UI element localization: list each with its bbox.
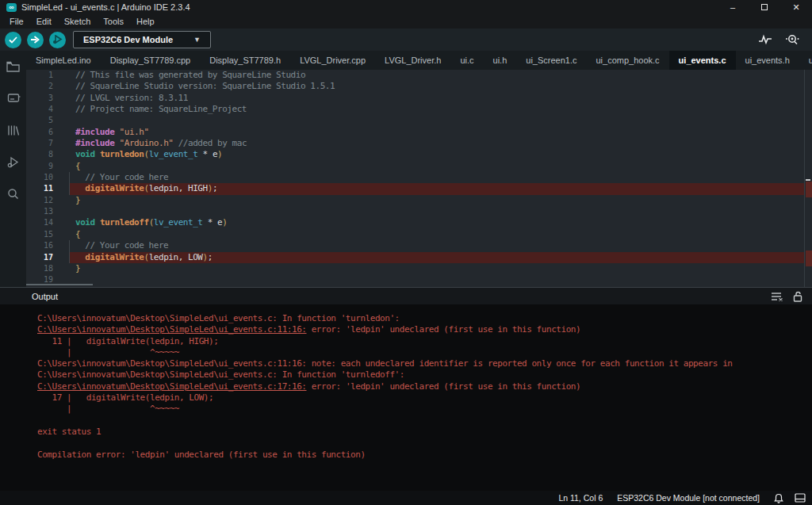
code-text: // Your code here <box>69 240 804 251</box>
output-text: error: 'ledpin' undeclared (first use in… <box>307 381 581 392</box>
search-icon[interactable] <box>0 178 26 209</box>
code-line-2[interactable]: 2// SquareLine Studio version: SquareLin… <box>26 81 812 92</box>
clear-output-icon[interactable] <box>771 292 783 301</box>
code-text: // This file was generated by SquareLine… <box>69 70 804 81</box>
upload-button[interactable] <box>27 32 44 48</box>
output-text: C:\Users\innovatum\Desktop\SimpleLed\ui_… <box>37 369 404 380</box>
output-text: C:\Users\innovatum\Desktop\SimpleLed\ui_… <box>37 313 400 323</box>
tab-Display_ST7789.cpp[interactable]: Display_ST7789.cpp <box>101 51 201 70</box>
output-line: C:\Users\innovatum\Desktop\SimpleLed\ui_… <box>37 381 812 392</box>
code-line-19[interactable]: 19 <box>26 274 812 285</box>
boards-manager-icon[interactable] <box>0 82 26 114</box>
serial-plotter-icon[interactable] <box>758 34 772 45</box>
code-line-1[interactable]: 1// This file was generated by SquareLin… <box>26 70 812 81</box>
code-text: } <box>69 263 804 274</box>
code-line-11[interactable]: 11 digitalWrite(ledpin, HIGH); <box>26 183 812 194</box>
minimize-button[interactable]: – <box>717 0 749 14</box>
tab-ui_comp_hook.c[interactable]: ui_comp_hook.c <box>587 51 669 70</box>
output-text: error: 'ledpin' undeclared (first use in… <box>307 324 581 335</box>
toggle-panel-icon[interactable] <box>795 493 806 503</box>
tab-SimpleLed.ino[interactable]: SimpleLed.ino <box>26 51 101 70</box>
output-text: 17 | digitalWrite(ledpin, LOW); <box>37 392 213 403</box>
editor-tab-bar: SimpleLed.inoDisplay_ST7789.cppDisplay_S… <box>26 51 812 70</box>
tab-ui_events.h[interactable]: ui_events.h <box>736 51 799 70</box>
board-selector-dropdown[interactable]: ESP32C6 Dev Module ▼ <box>73 31 211 48</box>
autoscroll-lock-icon[interactable] <box>793 291 802 302</box>
chevron-down-icon: ▼ <box>193 36 210 44</box>
code-line-3[interactable]: 3// LVGL version: 8.3.11 <box>26 93 812 104</box>
status-bar: Ln 11, Col 6 ESP32C6 Dev Module [not con… <box>0 491 812 505</box>
output-line: 17 | digitalWrite(ledpin, LOW); <box>37 392 812 404</box>
code-line-10[interactable]: 10 // Your code here <box>26 172 812 183</box>
tab-ui_Screen1.c[interactable]: ui_Screen1.c <box>516 51 586 70</box>
code-line-15[interactable]: 15{ <box>26 229 812 240</box>
menu-file[interactable]: File <box>3 15 30 28</box>
overview-ruler[interactable] <box>804 70 812 287</box>
verify-button[interactable] <box>5 32 21 48</box>
indent-guide <box>69 183 70 194</box>
code-line-17[interactable]: 17 digitalWrite(ledpin, LOW); <box>26 252 812 263</box>
code-line-4[interactable]: 4// Project name: SquareLine_Project <box>26 104 812 115</box>
code-text: void turnledoff(lv_event_t * e) <box>69 217 804 228</box>
code-line-12[interactable]: 12} <box>26 195 812 206</box>
tab-ui_helpers.c[interactable]: ui_helpers.c <box>799 51 812 70</box>
library-manager-icon[interactable] <box>0 114 26 146</box>
menu-edit[interactable]: Edit <box>30 15 58 28</box>
output-line: 11 | digitalWrite(ledpin, HIGH); <box>37 336 812 347</box>
code-text: void turnledon(lv_event_t * e) <box>69 149 804 160</box>
debug-play-icon <box>52 35 63 44</box>
code-line-8[interactable]: 8void turnledon(lv_event_t * e) <box>26 149 812 160</box>
code-line-18[interactable]: 18} <box>26 263 812 274</box>
code-line-6[interactable]: 6#include "ui.h" <box>26 127 812 138</box>
code-text: // SquareLine Studio version: SquareLine… <box>69 81 804 92</box>
error-file-link[interactable]: C:\Users\innovatum\Desktop\SimpleLed\ui_… <box>37 324 307 335</box>
maximize-button[interactable] <box>749 0 780 14</box>
code-text <box>69 206 804 217</box>
tab-LVGL_Driver.h[interactable]: LVGL_Driver.h <box>375 51 450 70</box>
output-panel: Output C:\Users\innovatum\Desktop\Simple… <box>0 287 812 491</box>
debug-button[interactable] <box>49 32 66 48</box>
output-line: C:\Users\innovatum\Desktop\SimpleLed\ui_… <box>37 324 812 335</box>
notifications-bell-icon[interactable] <box>774 493 783 503</box>
board-selector-value: ESP32C6 Dev Module <box>74 35 173 44</box>
arduino-logo-icon: ∞ <box>6 3 17 12</box>
output-line: exit status 1 <box>37 427 812 438</box>
code-line-16[interactable]: 16 // Your code here <box>26 240 812 251</box>
window-controls: – ✕ <box>717 0 812 14</box>
menu-tools[interactable]: Tools <box>97 15 130 28</box>
code-line-13[interactable]: 13 <box>26 206 812 217</box>
menu-sketch[interactable]: Sketch <box>58 15 98 28</box>
indent-guide <box>69 252 70 263</box>
arduino-ide-window: ∞ SimpleLed - ui_events.c | Arduino IDE … <box>0 0 812 505</box>
serial-monitor-icon[interactable] <box>785 34 801 45</box>
output-text: 11 | digitalWrite(ledpin, HIGH); <box>37 336 218 346</box>
code-editor[interactable]: 1// This file was generated by SquareLin… <box>26 70 812 287</box>
line-number: 6 <box>26 127 69 138</box>
code-line-7[interactable]: 7#include "Arduino.h" //added by mac <box>26 138 812 149</box>
code-line-9[interactable]: 9{ <box>26 161 812 172</box>
code-text: // Your code here <box>69 172 804 183</box>
debug-icon[interactable] <box>0 146 26 178</box>
output-line: C:\Users\innovatum\Desktop\SimpleLed\ui_… <box>37 369 812 381</box>
line-number: 11 <box>26 183 69 194</box>
menu-help[interactable]: Help <box>130 15 161 28</box>
ruler-error-mark <box>806 251 812 266</box>
tab-ui.c[interactable]: ui.c <box>450 51 483 70</box>
tab-ui_events.c[interactable]: ui_events.c <box>669 51 736 70</box>
code-line-5[interactable]: 5 <box>26 115 812 126</box>
horizontal-scrollbar[interactable] <box>26 284 93 285</box>
error-file-link[interactable]: C:\Users\innovatum\Desktop\SimpleLed\ui_… <box>37 381 307 392</box>
board-connection-status: ESP32C6 Dev Module [not connected] <box>617 493 760 503</box>
close-button[interactable]: ✕ <box>780 0 812 14</box>
tab-ui.h[interactable]: ui.h <box>484 51 517 70</box>
output-line: C:\Users\innovatum\Desktop\SimpleLed\ui_… <box>37 313 812 324</box>
code-line-14[interactable]: 14void turnledoff(lv_event_t * e) <box>26 217 812 228</box>
tab-Display_ST7789.h[interactable]: Display_ST7789.h <box>200 51 290 70</box>
line-number: 12 <box>26 195 69 206</box>
ruler-error-mark <box>806 182 812 197</box>
sketchbook-folder-icon[interactable] <box>0 51 26 82</box>
tab-LVGL_Driver.cpp[interactable]: LVGL_Driver.cpp <box>290 51 375 70</box>
code-text <box>69 115 804 126</box>
line-number: 8 <box>26 149 69 160</box>
code-text: { <box>69 161 804 172</box>
